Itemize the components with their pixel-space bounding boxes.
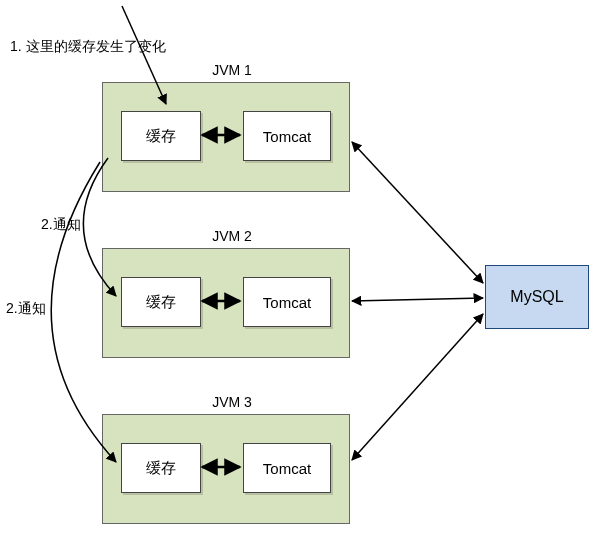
jvm2-cache-box: 缓存 <box>121 277 201 327</box>
jvm3-tomcat-box: Tomcat <box>243 443 331 493</box>
arrow-tomcat3-mysql <box>352 314 483 460</box>
annotation-change: 1. 这里的缓存发生了变化 <box>10 38 166 56</box>
jvm2-container: 缓存 Tomcat <box>102 248 350 358</box>
arrow-tomcat1-mysql <box>352 142 483 283</box>
annotation-notify-1: 2.通知 <box>41 216 81 234</box>
jvm3-label: JVM 3 <box>202 394 262 410</box>
jvm1-container: 缓存 Tomcat <box>102 82 350 192</box>
jvm3-cache-box: 缓存 <box>121 443 201 493</box>
jvm3-container: 缓存 Tomcat <box>102 414 350 524</box>
jvm2-label: JVM 2 <box>202 228 262 244</box>
annotation-notify-2: 2.通知 <box>6 300 46 318</box>
jvm1-cache-box: 缓存 <box>121 111 201 161</box>
arrow-tomcat2-mysql <box>352 298 483 301</box>
jvm1-label: JVM 1 <box>202 62 262 78</box>
mysql-box: MySQL <box>485 265 589 329</box>
jvm2-tomcat-box: Tomcat <box>243 277 331 327</box>
jvm1-tomcat-box: Tomcat <box>243 111 331 161</box>
